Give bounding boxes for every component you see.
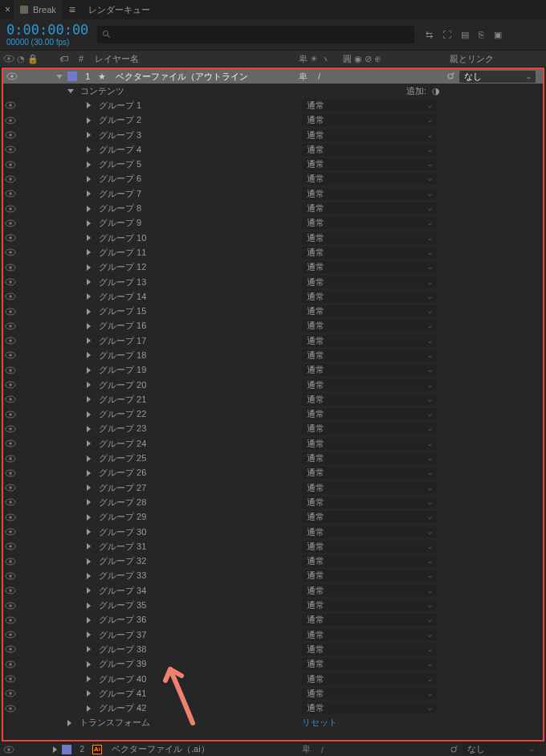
twirl-icon[interactable] <box>87 264 91 271</box>
blend-mode-dropdown[interactable]: 通常⌵ <box>302 335 437 347</box>
eye-icon[interactable] <box>5 541 16 551</box>
blend-mode-dropdown[interactable]: 通常⌵ <box>302 438 437 450</box>
blend-mode-dropdown[interactable]: 通常⌵ <box>302 188 437 200</box>
eye-icon[interactable] <box>5 586 16 595</box>
blend-mode-dropdown[interactable]: 通常⌵ <box>302 173 437 185</box>
twirl-icon[interactable] <box>87 573 91 579</box>
layer-row[interactable]: 1 ★ ベクターファイル（アウトライン 卑/ なし⌵ <box>3 69 543 84</box>
eye-icon[interactable] <box>5 527 16 537</box>
twirl-icon[interactable] <box>87 206 91 212</box>
twirl-icon[interactable] <box>56 75 63 79</box>
star-icon[interactable]: ★ <box>98 72 106 82</box>
group-row[interactable]: グループ 12通常⌵ <box>3 260 543 275</box>
twirl-icon[interactable] <box>87 631 91 638</box>
twirl-icon[interactable] <box>87 279 91 285</box>
group-row[interactable]: グループ 22通常⌵ <box>3 407 543 422</box>
twirl-icon[interactable] <box>87 132 91 138</box>
blend-mode-dropdown[interactable]: 通常⌵ <box>302 511 437 523</box>
blend-mode-dropdown[interactable]: 通常⌵ <box>302 144 437 156</box>
parent-header[interactable]: 親とリンク <box>446 53 543 65</box>
group-row[interactable]: グループ 30通常⌵ <box>3 525 543 539</box>
blend-mode-dropdown[interactable]: 通常⌵ <box>302 100 437 112</box>
blend-mode-dropdown[interactable]: 通常⌵ <box>302 599 437 611</box>
twirl-icon[interactable] <box>87 705 91 712</box>
twirl-icon[interactable] <box>87 382 91 388</box>
eye-icon[interactable] <box>5 204 16 214</box>
blend-mode-dropdown[interactable]: 通常⌵ <box>302 585 437 597</box>
blend-mode-dropdown[interactable]: 通常⌵ <box>302 452 437 464</box>
group-row[interactable]: グループ 16通常⌵ <box>3 319 543 333</box>
group-row[interactable]: グループ 3通常⌵ <box>3 128 543 142</box>
twirl-icon[interactable] <box>87 235 91 241</box>
group-row[interactable]: グループ 18通常⌵ <box>3 348 543 362</box>
twirl-icon[interactable] <box>87 367 91 374</box>
eye-icon[interactable] <box>3 745 14 754</box>
eye-icon[interactable] <box>5 219 16 228</box>
group-row[interactable]: グループ 17通常⌵ <box>3 333 543 348</box>
group-row[interactable]: グループ 27通常⌵ <box>3 480 543 495</box>
tab-break[interactable]: Break <box>14 0 63 19</box>
eye-icon[interactable] <box>5 366 16 375</box>
group-row[interactable]: グループ 6通常⌵ <box>3 172 543 186</box>
group-row[interactable]: グループ 20通常⌵ <box>3 378 543 392</box>
twirl-icon[interactable] <box>87 293 91 300</box>
blend-mode-dropdown[interactable]: 通常⌵ <box>302 232 437 244</box>
group-row[interactable]: グループ 36通常⌵ <box>3 613 543 627</box>
eye-icon[interactable] <box>5 160 16 170</box>
eye-icon[interactable] <box>5 483 16 492</box>
eye-icon[interactable] <box>5 174 16 184</box>
eye-icon[interactable] <box>5 292 16 301</box>
timecode[interactable]: 0:00:00:00 <box>6 23 88 37</box>
blend-mode-dropdown[interactable]: 通常⌵ <box>302 497 437 509</box>
twirl-icon[interactable] <box>87 161 91 168</box>
group-row[interactable]: グループ 42通常⌵ <box>3 701 543 715</box>
twirl-icon[interactable] <box>87 337 91 344</box>
twirl-icon[interactable] <box>87 309 91 315</box>
group-row[interactable]: グループ 19通常⌵ <box>3 363 543 378</box>
eye-icon[interactable] <box>5 557 16 566</box>
blend-mode-dropdown[interactable]: 通常⌵ <box>302 688 437 700</box>
twirl-icon[interactable] <box>87 499 91 505</box>
twirl-icon[interactable] <box>87 529 91 535</box>
group-row[interactable]: グループ 23通常⌵ <box>3 422 543 436</box>
twirl-icon[interactable] <box>87 352 91 358</box>
twirl-icon[interactable] <box>87 220 91 227</box>
eye-icon[interactable] <box>5 601 16 611</box>
group-row[interactable]: グループ 8通常⌵ <box>3 201 543 215</box>
blend-mode-dropdown[interactable]: 通常⌵ <box>302 320 437 332</box>
twirl-icon[interactable] <box>87 484 91 491</box>
twirl-icon[interactable] <box>87 646 91 652</box>
twirl-icon[interactable] <box>87 396 91 403</box>
twirl-icon[interactable] <box>87 617 91 623</box>
drafts-icon[interactable]: ⛶ <box>442 30 451 39</box>
twirl-icon[interactable] <box>87 117 91 124</box>
group-row[interactable]: グループ 15通常⌵ <box>3 304 543 318</box>
layer-row[interactable]: 2 Ai ベクターファイル（.ai） 卑/ なし⌵ <box>0 742 546 756</box>
group-row[interactable]: グループ 32通常⌵ <box>3 554 543 569</box>
group-row[interactable]: グループ 24通常⌵ <box>3 436 543 451</box>
eye-icon[interactable] <box>5 336 16 345</box>
twirl-icon[interactable] <box>87 514 91 521</box>
twirl-icon[interactable] <box>87 249 91 255</box>
eye-icon[interactable] <box>5 380 16 390</box>
add-button[interactable]: ◑ <box>432 86 440 96</box>
group-row[interactable]: グループ 40通常⌵ <box>3 672 543 686</box>
group-row[interactable]: グループ 2通常⌵ <box>3 113 543 128</box>
eye-icon[interactable] <box>5 468 16 478</box>
eye-icon[interactable] <box>5 660 16 669</box>
eye-icon[interactable] <box>5 307 16 317</box>
panel-menu-icon[interactable]: ≡ <box>66 3 79 16</box>
twirl-icon[interactable] <box>87 440 91 447</box>
eye-icon[interactable] <box>5 439 16 448</box>
group-row[interactable]: グループ 39通常⌵ <box>3 657 543 672</box>
blend-mode-dropdown[interactable]: 通常⌵ <box>302 305 437 317</box>
parent-dropdown[interactable]: なし⌵ <box>462 743 539 755</box>
eye-header-icon[interactable] <box>3 54 14 63</box>
twirl-icon[interactable] <box>87 176 91 182</box>
search-input[interactable] <box>97 26 414 43</box>
twirl-icon[interactable] <box>87 603 91 609</box>
blend-mode-dropdown[interactable]: 通常⌵ <box>302 673 437 685</box>
eye-icon[interactable] <box>5 454 16 464</box>
eye-icon[interactable] <box>6 72 18 81</box>
twirl-icon[interactable] <box>87 558 91 565</box>
